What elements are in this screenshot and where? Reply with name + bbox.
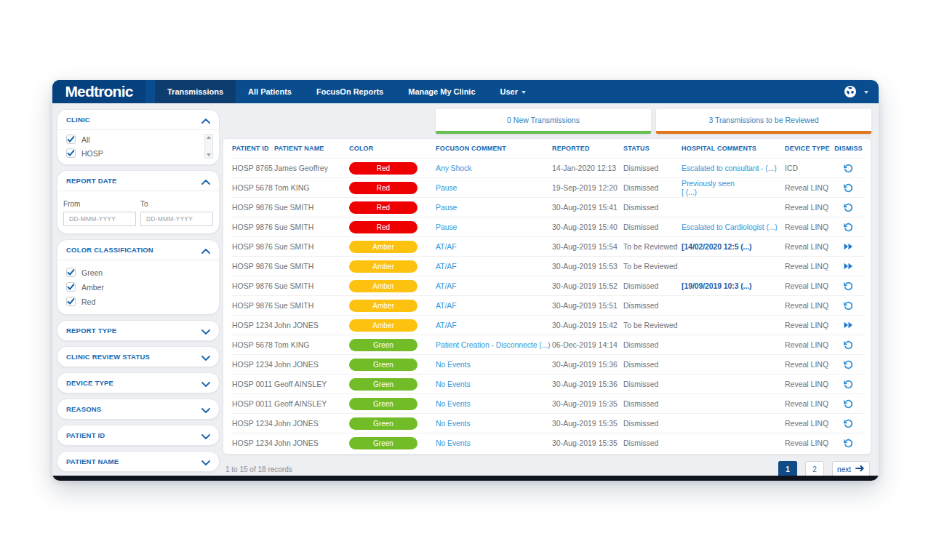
tab-0-new-transmissions[interactable]: 0 New Transmissions — [436, 109, 651, 134]
forward-review-icon[interactable] — [832, 242, 865, 251]
cell-status: Dismissed — [623, 203, 682, 212]
cell-reported: 30-Aug-2019 15:36 — [552, 380, 623, 388]
filter-title: PATIENT ID — [66, 431, 105, 439]
page-button-2[interactable]: 2 — [805, 461, 824, 476]
focuson-comment-link[interactable]: Patient Creation - Disconnecte (...) — [436, 340, 550, 349]
undo-dismiss-icon[interactable] — [832, 340, 865, 350]
checkbox-clinic-hosp[interactable] — [66, 148, 76, 158]
cell-patient-id: HOSP 1234 — [232, 439, 274, 447]
checkbox-label: Green — [81, 268, 103, 277]
hospital-comment-link[interactable]: [14/02/2020 12:5 (...) — [682, 242, 751, 251]
column-header-reported: REPORTED — [552, 145, 623, 152]
focuson-comment-link[interactable]: Pause — [436, 203, 457, 212]
column-header-focuson-comment: FOCUSON COMMENT — [436, 145, 552, 152]
cell-reported: 19-Sep-2019 12:20 — [552, 183, 623, 192]
focuson-comment-link[interactable]: AT/AF — [436, 321, 456, 329]
nav-focuson-reports[interactable]: FocusOn Reports — [304, 80, 396, 103]
filter-header-patient-id[interactable]: PATIENT ID — [57, 425, 219, 445]
focuson-comment-link[interactable]: AT/AF — [436, 242, 456, 251]
cell-status: Dismissed — [623, 360, 682, 369]
checkbox-row-color-classification-green[interactable]: Green — [66, 267, 210, 278]
filter-header-reasons[interactable]: REASONS — [57, 399, 219, 419]
hospital-comment-link[interactable]: Escalated to consultant - (...) — [682, 164, 777, 172]
undo-dismiss-icon[interactable] — [832, 203, 865, 212]
focuson-comment-link[interactable]: No Events — [436, 439, 471, 447]
cell-color: Green — [349, 437, 436, 449]
filter-header-clinic-review-status[interactable]: CLINIC REVIEW STATUS — [57, 347, 219, 367]
cell-reported: 30-Aug-2019 15:40 — [552, 223, 623, 231]
undo-dismiss-icon[interactable] — [832, 301, 865, 311]
undo-dismiss-icon[interactable] — [832, 223, 865, 232]
focuson-comment-link[interactable]: Pause — [436, 183, 457, 192]
checkbox-row-clinic-all[interactable]: All — [66, 134, 204, 145]
filter-card-report-type: REPORT TYPE — [57, 320, 220, 341]
cell-status: Dismissed — [623, 281, 682, 290]
date-to-input[interactable] — [140, 212, 213, 226]
focuson-comment-link[interactable]: Pause — [436, 223, 457, 231]
filter-header-patient-name[interactable]: PATIENT NAME — [57, 452, 219, 471]
filter-header-device-type[interactable]: DEVICE TYPE — [57, 373, 219, 393]
filter-sidebar: CLINICAllHOSPREPORT DATEFromToCOLOR CLAS… — [57, 109, 220, 476]
undo-dismiss-icon[interactable] — [832, 399, 865, 409]
undo-dismiss-icon[interactable] — [832, 439, 865, 448]
undo-dismiss-icon[interactable] — [832, 183, 865, 193]
filter-header-report-date[interactable]: REPORT DATE — [57, 171, 219, 191]
cell-patient-name: Sue SMITH — [274, 223, 349, 231]
checkbox-row-color-classification-red[interactable]: Red — [66, 296, 210, 307]
focuson-comment-link[interactable]: No Events — [436, 380, 471, 388]
cell-patient-name: James Geoffrey — [274, 164, 349, 172]
page-button-1[interactable]: 1 — [778, 461, 797, 476]
focuson-comment-link[interactable]: No Events — [436, 399, 471, 408]
cell-patient-name: Sue SMITH — [274, 242, 349, 251]
checkbox-color-classification-amber[interactable] — [66, 282, 76, 292]
cell-color: Amber — [349, 260, 436, 273]
checkbox-row-clinic-hosp[interactable]: HOSP — [66, 148, 204, 159]
globe-icon[interactable] — [844, 85, 857, 98]
nav-manage-my-clinic[interactable]: Manage My Clinic — [396, 80, 487, 103]
hospital-comment-link[interactable]: Escalated to Cardiologist (...) — [682, 223, 778, 231]
cell-focuson-comment: No Events — [436, 419, 552, 428]
cell-color: Red — [349, 162, 436, 175]
focuson-comment-link[interactable]: No Events — [436, 419, 471, 428]
color-badge-red: Red — [349, 201, 417, 214]
checkbox-color-classification-red[interactable] — [66, 297, 76, 306]
cell-hospital-comments: [14/02/2020 12:5 (...) — [682, 242, 785, 251]
checkbox-row-color-classification-amber[interactable]: Amber — [66, 281, 210, 292]
focuson-comment-link[interactable]: No Events — [436, 360, 471, 369]
checkbox-color-classification-green[interactable] — [66, 268, 76, 277]
clinic-scrollbar[interactable] — [204, 134, 213, 159]
focuson-comment-link[interactable]: AT/AF — [436, 281, 456, 290]
undo-dismiss-icon[interactable] — [832, 281, 865, 291]
forward-review-icon[interactable] — [832, 321, 865, 329]
hospital-comment-link[interactable]: [19/09/2019 10:3 (...) — [682, 281, 751, 290]
globe-caret-icon[interactable] — [864, 91, 868, 94]
focuson-comment-link[interactable]: AT/AF — [436, 301, 456, 310]
tab-3-transmissions-to-be-reviewed[interactable]: 3 Transmissions to be Reviewed — [656, 109, 871, 134]
cell-color: Amber — [349, 241, 436, 253]
scroll-up-icon[interactable] — [207, 136, 211, 139]
forward-review-icon[interactable] — [832, 262, 865, 271]
filter-header-clinic[interactable]: CLINIC — [57, 110, 219, 129]
focuson-comment-link[interactable]: Any Shock — [436, 164, 471, 172]
nav-label-all-patients: All Patients — [248, 87, 292, 96]
nav-transmissions[interactable]: Transmissions — [155, 80, 236, 103]
date-from-input[interactable] — [63, 212, 136, 226]
cell-device-type: Reveal LINQ — [785, 262, 832, 271]
filter-card-device-type: DEVICE TYPE — [57, 372, 220, 393]
scroll-down-icon[interactable] — [207, 153, 211, 156]
next-page-button[interactable]: next — [832, 461, 870, 476]
checkbox-clinic-all[interactable] — [66, 135, 76, 144]
nav-user[interactable]: User — [488, 80, 538, 103]
undo-dismiss-icon[interactable] — [832, 360, 865, 369]
nav-all-patients[interactable]: All Patients — [236, 80, 304, 103]
undo-dismiss-icon[interactable] — [832, 419, 865, 428]
undo-dismiss-icon[interactable] — [832, 164, 865, 173]
filter-header-report-type[interactable]: REPORT TYPE — [57, 321, 219, 340]
focuson-comment-link[interactable]: AT/AF — [436, 262, 456, 271]
undo-dismiss-icon[interactable] — [832, 380, 865, 389]
table-row: HOSP 0011Geoff AINSLEYGreenNo Events30-A… — [232, 374, 865, 393]
filter-header-color-classification[interactable]: COLOR CLASSIFICATION — [57, 240, 219, 260]
cell-hospital-comments: Previously seen [ (...) — [682, 179, 785, 196]
hospital-comment-link[interactable]: Previously seen [ (...) — [682, 179, 735, 196]
cell-status: Dismissed — [623, 439, 682, 447]
